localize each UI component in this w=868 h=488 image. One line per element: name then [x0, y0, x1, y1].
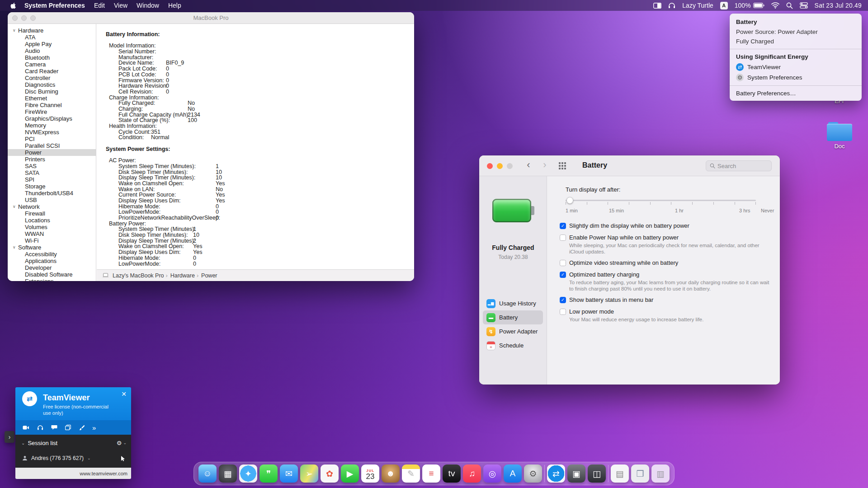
dock-item[interactable]	[544, 465, 545, 482]
apple-menu-icon[interactable]	[6, 2, 20, 9]
zoom-button[interactable]	[507, 163, 513, 169]
printers[interactable]: ∨ Printers	[8, 156, 96, 163]
sata[interactable]: ∨ SATA	[8, 169, 96, 176]
checkbox[interactable]: ✓	[560, 260, 566, 266]
help[interactable]: Help	[164, 0, 186, 11]
slider-track[interactable]	[566, 200, 756, 201]
reminders[interactable]: ≡	[422, 465, 440, 483]
ethernet[interactable]: ∨ Ethernet	[8, 95, 96, 102]
checkbox[interactable]: ✓	[560, 235, 566, 241]
facetime[interactable]: ▶	[341, 465, 359, 483]
usb[interactable]: ∨ USB	[8, 197, 96, 203]
battery-preferences-item[interactable]: Battery Preferences…	[730, 89, 862, 98]
nvmexpress[interactable]: ∨ NVMExpress	[8, 129, 96, 136]
finder[interactable]: ☺	[198, 465, 217, 483]
slider-thumb[interactable]	[566, 197, 573, 204]
disc-burning[interactable]: ∨ Disc Burning	[8, 88, 96, 95]
diagnostics[interactable]: ∨ Diagnostics	[8, 81, 96, 88]
podcasts[interactable]: ◎	[483, 465, 501, 483]
battery-status[interactable]: 100%	[735, 2, 764, 9]
minimize-button[interactable]	[497, 163, 503, 169]
system-preferences[interactable]: System Preferences	[20, 0, 90, 11]
usage-history[interactable]: Usage History	[483, 296, 543, 310]
back-button[interactable]: ‹	[523, 159, 534, 171]
storage[interactable]: ∨ Storage	[8, 183, 96, 190]
window[interactable]: Window	[132, 0, 164, 11]
utility-app-1[interactable]: ▣	[567, 465, 585, 483]
hardware[interactable]: ∨ Hardware	[8, 27, 96, 34]
audio[interactable]: ∨ Audio	[8, 47, 96, 54]
chat-icon[interactable]	[51, 425, 57, 430]
wwan[interactable]: ∨ WWAN	[8, 230, 96, 237]
show-all-grid-icon[interactable]	[559, 162, 566, 169]
graphics-displays[interactable]: ∨ Graphics/Displays	[8, 115, 96, 122]
utility-app-2[interactable]: ◫	[588, 465, 606, 483]
file-transfer-icon[interactable]	[65, 425, 71, 430]
disclosure-caret-icon[interactable]: ∨	[13, 27, 17, 34]
pci[interactable]: ∨ PCI	[8, 136, 96, 142]
locations[interactable]: ∨ Locations	[8, 217, 96, 224]
user-name[interactable]: Lazy Turtle	[682, 2, 713, 9]
controller[interactable]: ∨ Controller	[8, 75, 96, 81]
spotlight-icon[interactable]	[786, 2, 793, 9]
breadcrumb-item[interactable]: Lazy's MacBook Pro	[112, 272, 165, 279]
dock-item[interactable]	[608, 465, 609, 482]
power[interactable]: ∨ Power	[8, 149, 96, 156]
camera[interactable]: ∨ Camera	[8, 61, 96, 68]
power-adapter[interactable]: Power Adapter	[483, 324, 543, 338]
fibre-channel[interactable]: ∨ Fibre Channel	[8, 102, 96, 108]
preferences-toolbar[interactable]: ‹ › Battery Search	[479, 155, 780, 176]
view[interactable]: View	[109, 0, 132, 11]
disclosure-caret-icon[interactable]: ∨	[13, 244, 17, 251]
memory[interactable]: ∨ Memory	[8, 122, 96, 129]
trash[interactable]: ▥	[651, 465, 670, 483]
safari[interactable]: ✦	[239, 465, 257, 483]
video-call-icon[interactable]	[23, 425, 29, 430]
screen-mirroring-icon[interactable]	[653, 3, 661, 9]
system-preferences[interactable]: ⚙	[524, 465, 542, 483]
close-button[interactable]	[487, 163, 493, 169]
calendar[interactable]: JUL 23	[361, 465, 379, 483]
clock[interactable]: Sat 23 Jul 20.49	[815, 2, 862, 9]
disclosure-caret-icon[interactable]: ∨	[13, 203, 17, 210]
window-app[interactable]: ❒	[631, 465, 649, 483]
volumes[interactable]: ∨ Volumes	[8, 224, 96, 230]
ata[interactable]: ∨ ATA	[8, 34, 96, 41]
teamviewer[interactable]: ⇄ ⚙ TeamViewer	[730, 62, 862, 72]
photos[interactable]: ✿	[321, 465, 339, 483]
software[interactable]: ∨ Software	[8, 244, 96, 251]
minimize-button[interactable]	[21, 15, 27, 21]
remote-cursor-icon[interactable]	[121, 455, 126, 461]
forward-button[interactable]: ›	[539, 159, 551, 171]
bluetooth[interactable]: ∨ Bluetooth	[8, 54, 96, 61]
app-store[interactable]: A	[504, 465, 522, 483]
audio-call-icon[interactable]	[37, 425, 43, 430]
firewire[interactable]: ∨ FireWire	[8, 108, 96, 115]
search-input[interactable]: Search	[706, 160, 772, 171]
session-list-header[interactable]: ⌄ Session list ⚙ ⌄	[15, 437, 131, 448]
applications[interactable]: ∨ Applications	[8, 258, 96, 264]
disabled-software[interactable]: ∨ Disabled Software	[8, 271, 96, 278]
session-list-item[interactable]: Andres (776 375 627) ⌄	[15, 452, 131, 465]
firewall[interactable]: ∨ Firewall	[8, 210, 96, 217]
text-document[interactable]: ▤	[611, 465, 629, 483]
extensions[interactable]: ∨ Extensions	[8, 278, 96, 281]
messages[interactable]: ❞	[259, 465, 278, 483]
schedule[interactable]: Schedule	[483, 338, 543, 352]
breadcrumb-item[interactable]: Power	[196, 272, 218, 279]
launchpad[interactable]: ▦	[219, 465, 237, 483]
mail[interactable]: ✉	[280, 465, 298, 483]
breadcrumb-item[interactable]: Hardware	[165, 272, 196, 279]
input-source-icon[interactable]: A	[720, 2, 728, 9]
developer[interactable]: ∨ Developer	[8, 264, 96, 271]
spi[interactable]: ∨ SPI	[8, 176, 96, 183]
network[interactable]: ∨ Network	[8, 203, 96, 210]
teamviewer[interactable]: ⇄	[547, 465, 565, 483]
window-titlebar[interactable]: MacBook Pro	[8, 12, 414, 24]
tv[interactable]: tv	[443, 465, 461, 483]
zoom-button[interactable]	[30, 15, 36, 21]
wi-fi[interactable]: ∨ Wi-Fi	[8, 237, 96, 244]
checkbox[interactable]: ✓	[560, 309, 566, 315]
sas[interactable]: ∨ SAS	[8, 163, 96, 169]
whiteboard-icon[interactable]	[79, 425, 85, 431]
